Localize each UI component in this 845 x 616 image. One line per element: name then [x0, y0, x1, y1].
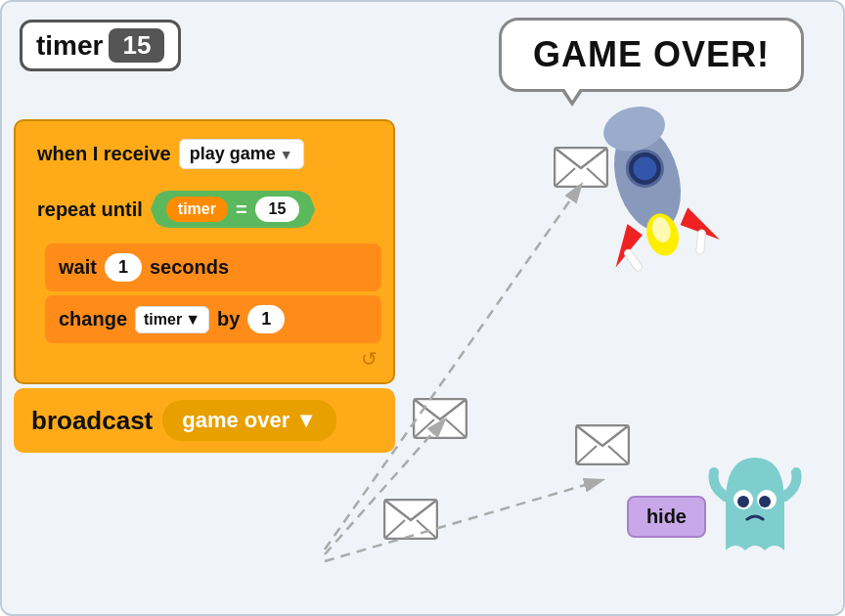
change-value: 1 [247, 305, 285, 333]
envelope-3 [575, 424, 630, 469]
game-over-option: game over [182, 408, 289, 433]
svg-rect-23 [623, 248, 644, 273]
seconds-label: seconds [150, 256, 229, 279]
play-game-dropdown[interactable]: play game ▼ [179, 139, 304, 169]
hide-label: hide [646, 506, 687, 527]
ghost-sprite [706, 443, 804, 560]
game-over-text: GAME OVER! [533, 34, 770, 74]
when-receive-label: when I receive [37, 143, 171, 165]
repeat-until-label: repeat until [37, 198, 143, 221]
envelope-2 [413, 398, 467, 443]
hide-block: hide [627, 496, 706, 538]
wait-label: wait [59, 256, 97, 279]
timer-oval: timer [166, 197, 228, 222]
timer-dropdown-arrow: ▼ [185, 311, 200, 329]
game-over-bubble: GAME OVER! [499, 18, 804, 92]
blocks-area: when I receive play game ▼ repeat until … [14, 119, 395, 453]
timer-variable-dropdown[interactable]: timer ▼ [135, 306, 209, 333]
repeat-arrow-icon: ↺ [45, 347, 381, 371]
timer-label: timer [36, 30, 103, 62]
main-container: timer 15 GAME OVER! when I receive play … [0, 0, 845, 616]
when-receive-block: when I receive play game ▼ [23, 129, 385, 179]
change-label: change [59, 308, 127, 330]
game-over-dropdown[interactable]: game over ▼ [162, 400, 336, 441]
svg-line-14 [325, 481, 599, 561]
wait-value: 1 [105, 253, 142, 282]
outer-block: when I receive play game ▼ repeat until … [14, 119, 395, 384]
svg-marker-19 [605, 221, 648, 268]
hexagon-condition: timer = 15 [151, 191, 316, 228]
broadcast-arrow-icon: ▼ [295, 408, 317, 433]
envelope-4 [383, 499, 438, 544]
svg-point-26 [737, 496, 749, 507]
broadcast-label: broadcast [31, 406, 153, 436]
change-block: change timer ▼ by 1 [45, 295, 381, 343]
equals-sign: = [236, 198, 247, 221]
repeat-until-block: repeat until timer = 15 [23, 183, 385, 236]
by-label: by [217, 308, 240, 330]
inner-blocks: wait 1 seconds change timer ▼ by 1 ↺ [41, 240, 385, 374]
broadcast-block: broadcast game over ▼ [14, 388, 395, 453]
timer-display: timer 15 [20, 20, 181, 71]
play-game-option: play game [190, 144, 276, 164]
timer-value: 15 [109, 28, 164, 63]
rocket-sprite [558, 75, 736, 281]
timer-variable-label: timer [144, 311, 182, 329]
svg-rect-24 [696, 230, 706, 255]
svg-point-28 [759, 496, 771, 507]
dropdown-arrow-icon: ▼ [280, 147, 293, 162]
repeat-value: 15 [255, 197, 300, 222]
wait-block: wait 1 seconds [45, 243, 381, 291]
